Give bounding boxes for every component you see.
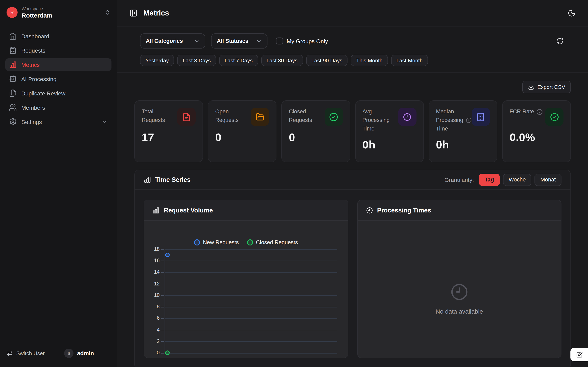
grid-line <box>164 353 337 353</box>
y-tick-mark <box>161 341 164 342</box>
filters-section: All Categories All Statuses My Groups On… <box>117 26 588 73</box>
workspace-label: Workspace <box>22 6 52 11</box>
workspace-avatar: R <box>7 7 17 18</box>
legend-swatch <box>194 239 200 245</box>
bar-chart-icon <box>152 207 160 214</box>
current-user[interactable]: a admin <box>64 349 94 358</box>
status-select[interactable]: All Statuses <box>211 33 268 49</box>
home-icon <box>9 32 17 40</box>
sidebar-item-label: Duplicate Review <box>21 90 65 96</box>
chevron-down-icon <box>194 38 200 44</box>
switch-user-button[interactable]: Switch User <box>7 350 45 356</box>
info-icon[interactable] <box>466 118 472 123</box>
stat-card: Median Processing Time 0h <box>429 100 497 162</box>
y-tick-label: 16 <box>144 257 160 264</box>
sidebar-item-dashboard[interactable]: Dashboard <box>5 30 112 42</box>
stat-card: Closed Requests 0 <box>282 100 350 162</box>
export-csv-button[interactable]: Export CSV <box>522 81 571 93</box>
file-text-icon <box>177 108 196 126</box>
empty-state: No data available <box>357 221 561 358</box>
category-select[interactable]: All Categories <box>140 33 205 49</box>
request-volume-chart: New Requests Closed Requests 18161412108… <box>144 221 348 358</box>
stat-value: 0 <box>289 131 343 144</box>
y-tick-label: 8 <box>144 303 160 310</box>
stat-card: Avg Processing Time 0h <box>355 100 424 162</box>
granularity-tag-button[interactable]: Tag <box>479 174 500 186</box>
switch-user-label: Switch User <box>16 350 45 356</box>
y-tick-mark <box>161 295 164 296</box>
grid-line <box>164 261 337 261</box>
range-chip-this-month[interactable]: This Month <box>351 55 388 66</box>
sidebar-item-label: Settings <box>21 118 42 125</box>
edit-flyout-button[interactable] <box>571 348 588 361</box>
range-chip-last-7-days[interactable]: Last 7 Days <box>219 55 258 66</box>
request-volume-plot: 181614121086420 <box>144 249 337 353</box>
stat-label: FCR Rate <box>510 108 534 116</box>
range-chip-yesterday[interactable]: Yesterday <box>140 55 174 66</box>
dark-mode-toggle[interactable] <box>568 9 576 17</box>
stats-grid: Total Requests 17 Open Requests 0 Closed… <box>134 100 571 162</box>
granularity-monat-button[interactable]: Monat <box>535 174 562 186</box>
workspace-switcher[interactable]: R Workspace Rotterdam <box>0 0 117 23</box>
sidebar-item-members[interactable]: Members <box>5 101 112 114</box>
y-tick-label: 10 <box>144 292 160 299</box>
content: Export CSV Total Requests 17 Open Reques… <box>117 73 588 367</box>
top-bar: Metrics <box>117 0 588 26</box>
refresh-button[interactable] <box>556 37 563 45</box>
app-window: R Workspace Rotterdam Dashboard Requests… <box>0 0 588 367</box>
bar-chart-icon <box>9 61 17 68</box>
chevron-down-icon <box>102 119 108 125</box>
stat-label: Total Requests <box>142 108 177 125</box>
stat-value: 0h <box>436 139 490 151</box>
panel-left-close-icon <box>130 9 138 17</box>
y-tick-label: 18 <box>144 246 160 252</box>
info-icon[interactable] <box>536 109 543 115</box>
range-chip-last-90-days[interactable]: Last 90 Days <box>306 55 348 66</box>
granularity-label: Granularity: <box>444 176 474 183</box>
y-tick-mark <box>161 330 164 330</box>
clock-icon <box>450 282 469 301</box>
processing-times-chart: No data available <box>357 221 561 358</box>
legend-item-new-requests[interactable]: New Requests <box>194 239 239 245</box>
stat-card: Total Requests 17 <box>134 100 203 162</box>
my-groups-filter: My Groups Only <box>276 38 328 44</box>
range-chip-last-30-days[interactable]: Last 30 Days <box>261 55 303 66</box>
sidebar-item-ai-processing[interactable]: AI Processing <box>5 73 112 85</box>
copy-icon <box>9 89 17 97</box>
sidebar-item-settings[interactable]: Settings <box>5 115 112 128</box>
cpu-icon <box>9 75 17 83</box>
time-series-section: Time Series Granularity: Tag Woche Monat… <box>134 170 571 367</box>
collapse-sidebar-button[interactable] <box>130 9 138 17</box>
request-volume-card: Request Volume New Requests Closed <box>144 200 348 358</box>
category-select-value: All Categories <box>146 38 183 44</box>
clock-icon <box>398 108 416 126</box>
data-point[interactable] <box>165 350 170 355</box>
processing-times-title: Processing Times <box>377 207 431 214</box>
legend-item-closed-requests[interactable]: Closed Requests <box>247 239 298 245</box>
users-icon <box>9 104 17 111</box>
sidebar-item-label: Metrics <box>21 61 40 68</box>
grid-line <box>164 272 337 273</box>
clock-icon <box>366 207 373 214</box>
sidebar-item-metrics[interactable]: Metrics <box>5 58 112 71</box>
range-chip-last-3-days[interactable]: Last 3 Days <box>177 55 216 66</box>
grid-line <box>164 249 337 250</box>
granularity-woche-button[interactable]: Woche <box>503 174 531 186</box>
sidebar-item-label: AI Processing <box>21 76 57 82</box>
sidebar-item-duplicate-review[interactable]: Duplicate Review <box>5 87 112 100</box>
time-series-title: Time Series <box>155 176 191 183</box>
stat-value: 0 <box>215 131 269 144</box>
swap-arrows-icon <box>7 350 13 356</box>
my-groups-checkbox[interactable] <box>276 38 283 44</box>
granularity-switcher: Granularity: Tag Woche Monat <box>444 174 562 186</box>
range-chip-last-month[interactable]: Last Month <box>391 55 428 66</box>
y-tick-mark <box>161 284 164 284</box>
stat-label: Avg Processing Time <box>362 108 398 133</box>
chart-legend: New Requests Closed Requests <box>144 239 348 245</box>
sidebar-item-label: Members <box>21 104 45 111</box>
grid-line <box>164 330 337 330</box>
sidebar-item-label: Dashboard <box>21 33 49 39</box>
data-point[interactable] <box>165 253 170 257</box>
sidebar-item-requests[interactable]: Requests <box>5 44 112 57</box>
y-tick-mark <box>161 261 164 261</box>
